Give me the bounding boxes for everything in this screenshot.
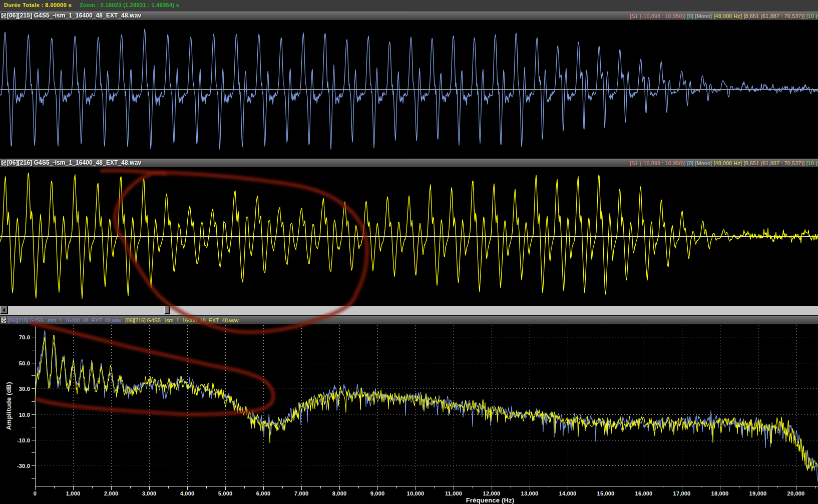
svg-text:11,000: 11,000 bbox=[445, 490, 462, 496]
svg-text:4,000: 4,000 bbox=[180, 490, 195, 496]
svg-text:18,000: 18,000 bbox=[711, 490, 729, 496]
svg-text:5,000: 5,000 bbox=[218, 490, 233, 496]
svg-text:20,000: 20,000 bbox=[787, 490, 805, 496]
svg-text:-10.0: -10.0 bbox=[17, 437, 30, 443]
svg-text:50.0: 50.0 bbox=[19, 360, 30, 366]
svg-text:10,000: 10,000 bbox=[407, 490, 425, 496]
svg-text:1,000: 1,000 bbox=[66, 490, 81, 496]
svg-text:14,000: 14,000 bbox=[559, 490, 577, 496]
svg-text:15,000: 15,000 bbox=[597, 490, 615, 496]
svg-text:16,000: 16,000 bbox=[635, 490, 653, 496]
svg-text:70.0: 70.0 bbox=[19, 334, 30, 340]
svg-text:Amplitude (dB): Amplitude (dB) bbox=[5, 382, 13, 430]
svg-text:0: 0 bbox=[34, 490, 37, 496]
svg-text:17,000: 17,000 bbox=[673, 490, 691, 496]
svg-text:-30.0: -30.0 bbox=[17, 463, 30, 469]
svg-text:2,000: 2,000 bbox=[104, 490, 119, 496]
svg-text:9,000: 9,000 bbox=[370, 490, 385, 496]
svg-text:30.0: 30.0 bbox=[19, 386, 30, 392]
svg-text:6,000: 6,000 bbox=[256, 490, 271, 496]
svg-text:3,000: 3,000 bbox=[142, 490, 157, 496]
svg-text:8,000: 8,000 bbox=[332, 490, 347, 496]
svg-text:7,000: 7,000 bbox=[294, 490, 309, 496]
svg-text:10.0: 10.0 bbox=[19, 412, 30, 418]
svg-text:12,000: 12,000 bbox=[483, 490, 501, 496]
svg-text:Fréquence (Hz): Fréquence (Hz) bbox=[466, 496, 515, 504]
svg-text:13,000: 13,000 bbox=[521, 490, 539, 496]
svg-text:19,000: 19,000 bbox=[749, 490, 767, 496]
